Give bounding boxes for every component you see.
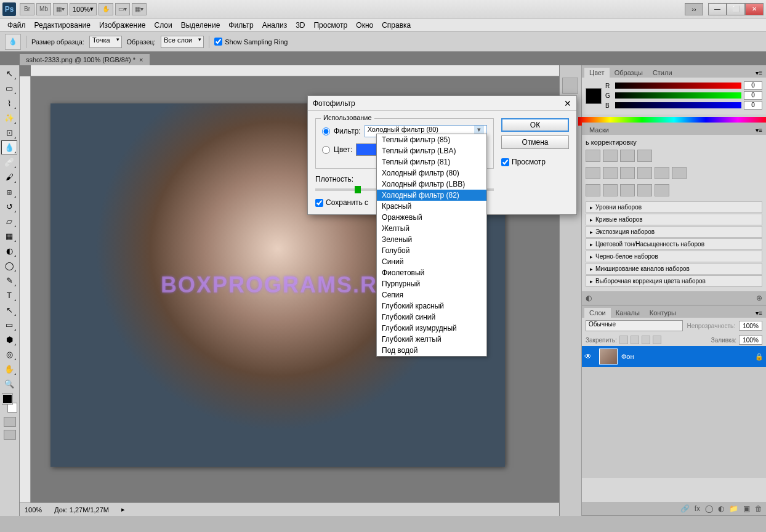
path-select-tool[interactable]: ↖ xyxy=(1,303,17,317)
dropdown-item[interactable]: Холодный фильтр (82) xyxy=(377,190,486,201)
adj-preset[interactable]: ▸Микширование каналов наборов xyxy=(586,263,762,275)
adj-colorbal-icon[interactable] xyxy=(620,167,635,179)
dialog-titlebar[interactable]: Фотофильтр ✕ xyxy=(308,96,576,111)
tab-layers[interactable]: Слои xyxy=(584,308,611,318)
dropdown-item[interactable]: Желтый xyxy=(377,223,486,234)
marquee-tool[interactable]: ▭ xyxy=(1,81,17,95)
menu-analysis[interactable]: Анализ xyxy=(262,21,288,30)
adj-curves-icon[interactable] xyxy=(620,150,635,162)
color-preview[interactable] xyxy=(586,88,602,104)
tab-channels[interactable]: Каналы xyxy=(611,308,645,318)
b-slider[interactable] xyxy=(615,102,741,108)
show-ring-checkbox[interactable]: Show Sampling Ring xyxy=(214,38,288,46)
blend-mode-select[interactable]: Обычные xyxy=(586,320,683,331)
pen-tool[interactable]: ✎ xyxy=(1,273,17,288)
group-icon[interactable]: 📁 xyxy=(729,504,738,513)
adj-poster-icon[interactable] xyxy=(603,184,618,196)
quickmask-button[interactable] xyxy=(4,417,16,427)
ok-button[interactable]: ОК xyxy=(501,118,569,132)
adj-invert-icon[interactable] xyxy=(586,184,600,196)
preview-checkbox[interactable] xyxy=(501,158,509,166)
dropdown-item[interactable]: Теплый фильтр (85) xyxy=(377,134,486,145)
collapsed-panel-icon[interactable] xyxy=(562,78,578,94)
minibridge-btn[interactable]: Mb xyxy=(36,3,51,15)
panel-menu-icon[interactable]: ▾≡ xyxy=(752,68,766,78)
adj-photo-icon[interactable] xyxy=(655,167,669,179)
adj-preset[interactable]: ▸Экспозиция наборов xyxy=(586,226,762,238)
g-value[interactable]: 0 xyxy=(744,91,762,100)
menu-image[interactable]: Изображение xyxy=(99,21,146,30)
expand-panels-btn[interactable]: ›› xyxy=(685,3,703,15)
hand-tool[interactable]: ✋ xyxy=(1,362,17,376)
minimize-button[interactable]: — xyxy=(708,3,727,15)
wand-tool[interactable]: ✨ xyxy=(1,111,17,125)
dropdown-item[interactable]: Голубой xyxy=(377,245,486,256)
current-tool-icon[interactable]: 💧 xyxy=(5,34,21,50)
dropdown-item[interactable]: Синий xyxy=(377,256,486,267)
lock-position-icon[interactable] xyxy=(631,336,639,344)
adj-threshold-icon[interactable] xyxy=(620,184,635,196)
link-layers-icon[interactable]: 🔗 xyxy=(680,504,690,513)
gradient-tool[interactable]: ▦ xyxy=(1,229,17,243)
menu-file[interactable]: Файл xyxy=(7,21,26,30)
close-button[interactable]: ✕ xyxy=(745,3,764,15)
visibility-icon[interactable]: 👁 xyxy=(584,352,595,361)
status-arrow-icon[interactable]: ▸ xyxy=(121,506,125,514)
sample-select[interactable]: Все слои xyxy=(161,36,204,48)
shape-tool[interactable]: ▭ xyxy=(1,318,17,332)
adj-preset[interactable]: ▸Выборочная коррекция цвета наборов xyxy=(586,275,762,287)
r-value[interactable]: 0 xyxy=(744,81,762,90)
tab-swatches[interactable]: Образцы xyxy=(610,68,648,78)
color-radio[interactable] xyxy=(322,146,330,154)
dropdown-item[interactable]: Холодный фильтр (80) xyxy=(377,167,486,179)
zoom-tool[interactable]: 🔍 xyxy=(1,377,17,391)
fx-icon[interactable]: fx xyxy=(695,504,700,513)
adj-preset[interactable]: ▸Черно-белое наборов xyxy=(586,251,762,262)
cancel-button[interactable]: Отмена xyxy=(501,135,569,149)
background-color[interactable] xyxy=(7,403,17,413)
screenmode-button[interactable] xyxy=(4,430,16,440)
dodge-tool[interactable]: ◯ xyxy=(1,259,17,273)
bridge-btn[interactable]: Br xyxy=(20,3,34,15)
tab-styles[interactable]: Стили xyxy=(648,68,677,78)
arrange-btn[interactable]: ▦▾ xyxy=(132,3,147,15)
status-zoom[interactable]: 100% xyxy=(25,506,42,514)
healing-tool[interactable]: 🩹 xyxy=(1,155,17,169)
view-extras-btn[interactable]: ▭▾ xyxy=(115,3,130,15)
menu-filter[interactable]: Фильтр xyxy=(228,21,253,30)
crop-tool[interactable]: ⊡ xyxy=(1,126,17,140)
filter-dropdown[interactable]: Теплый фильтр (85)Теплый фильтр (LBA)Теп… xyxy=(376,134,487,357)
dropdown-item[interactable]: Под водой xyxy=(377,345,486,356)
eraser-tool[interactable]: ▱ xyxy=(1,214,17,228)
r-slider[interactable] xyxy=(615,83,741,89)
layer-thumbnail[interactable] xyxy=(599,349,618,365)
3d-tool[interactable]: ⬢ xyxy=(1,332,17,347)
dropdown-item[interactable]: Красный xyxy=(377,201,486,212)
show-ring-input[interactable] xyxy=(214,38,222,46)
menu-view[interactable]: Просмотр xyxy=(313,21,347,30)
mask-icon[interactable]: ◯ xyxy=(705,504,713,513)
lasso-tool[interactable]: ⌇ xyxy=(1,96,17,110)
panel-menu-icon[interactable]: ▾≡ xyxy=(752,308,766,318)
adj-brightness-icon[interactable] xyxy=(586,150,600,162)
slider-thumb-icon[interactable] xyxy=(355,186,361,193)
preserve-checkbox[interactable] xyxy=(315,199,323,207)
adj-hue-icon[interactable] xyxy=(603,167,618,179)
adj-preset[interactable]: ▸Уровни наборов xyxy=(586,201,762,213)
lock-transparency-icon[interactable] xyxy=(653,336,661,344)
dropdown-item[interactable]: Теплый фильтр (LBA) xyxy=(377,145,486,156)
dropdown-item[interactable]: Глубокий изумрудный xyxy=(377,323,486,334)
menu-window[interactable]: Окно xyxy=(356,21,373,30)
filter-radio[interactable] xyxy=(322,127,330,135)
hand-tool-btn[interactable]: ✋ xyxy=(99,3,113,15)
3d-camera-tool[interactable]: ◎ xyxy=(1,347,17,361)
preview-checkbox-row[interactable]: Просмотр xyxy=(501,158,569,166)
dropdown-item[interactable]: Сепия xyxy=(377,289,486,300)
adj-selective-icon[interactable] xyxy=(655,184,669,196)
stamp-tool[interactable]: ⧆ xyxy=(1,185,17,199)
new-layer-icon[interactable]: ▣ xyxy=(743,504,750,513)
delete-icon[interactable]: 🗑 xyxy=(755,504,762,513)
panel-menu-icon[interactable]: ▾≡ xyxy=(752,126,766,135)
adj-exposure-icon[interactable] xyxy=(637,150,652,162)
menu-help[interactable]: Справка xyxy=(382,21,411,30)
